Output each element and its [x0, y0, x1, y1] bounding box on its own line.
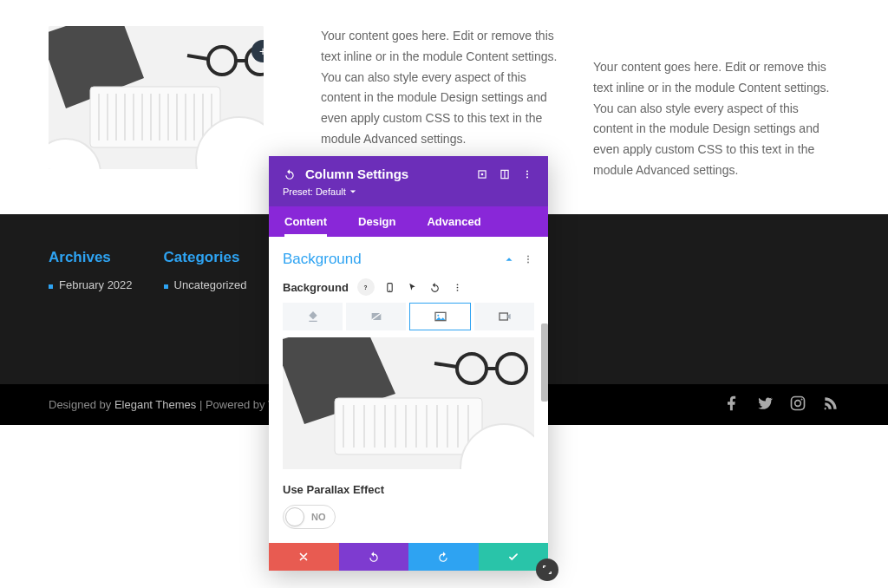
svg-point-31: [526, 176, 528, 178]
modal-footer: [269, 543, 548, 571]
background-preview[interactable]: [283, 337, 534, 469]
undo-icon[interactable]: [283, 167, 297, 181]
desk-image: [283, 337, 534, 469]
svg-point-39: [457, 286, 459, 288]
desk-image: [49, 26, 264, 169]
svg-point-32: [527, 255, 529, 257]
undo-button[interactable]: [339, 543, 409, 571]
svg-rect-44: [500, 313, 507, 320]
modal-tabs: Content Design Advanced: [269, 206, 548, 237]
svg-rect-26: [481, 173, 483, 174]
widget-heading: Archives: [49, 249, 133, 266]
modal-header: Column Settings Preset: Default: [269, 156, 548, 206]
resize-handle[interactable]: [536, 559, 558, 581]
section-title[interactable]: Background: [283, 251, 362, 268]
body-text-2: Your content goes here. Edit or remove t…: [593, 57, 839, 181]
social-icons: [723, 395, 839, 415]
rss-icon[interactable]: [822, 395, 839, 415]
svg-rect-1: [90, 87, 220, 147]
instagram-icon[interactable]: [789, 395, 806, 415]
svg-point-37: [389, 290, 390, 291]
tab-content[interactable]: Content: [269, 206, 343, 237]
tab-advanced[interactable]: Advanced: [411, 206, 496, 237]
responsive-icon[interactable]: [498, 167, 512, 181]
body-text-1: Your content goes here. Edit or remove t…: [321, 26, 567, 150]
hover-toggle-icon[interactable]: [475, 167, 489, 181]
bg-color-tab[interactable]: [283, 303, 343, 330]
kebab-icon[interactable]: [520, 167, 534, 181]
twitter-icon[interactable]: [756, 395, 774, 415]
category-link[interactable]: Uncategorized: [164, 278, 247, 291]
help-icon[interactable]: ?: [357, 278, 375, 296]
background-type-tabs: [283, 303, 534, 330]
preset-selector[interactable]: Preset: Default: [283, 186, 356, 197]
kebab-icon[interactable]: [451, 280, 465, 294]
svg-point-40: [457, 289, 459, 291]
archive-link[interactable]: February 2022: [49, 278, 133, 291]
phone-icon[interactable]: [383, 280, 397, 294]
svg-point-29: [526, 170, 528, 172]
svg-point-24: [801, 398, 803, 400]
toggle-value: NO: [304, 512, 333, 522]
caret-down-icon: [349, 188, 356, 195]
bg-video-tab[interactable]: [474, 303, 534, 330]
svg-point-23: [795, 400, 801, 406]
chevron-up-icon[interactable]: [503, 253, 515, 265]
footer-credit: Designed by Elegant Themes | Powered by …: [49, 398, 284, 411]
svg-point-38: [457, 284, 459, 285]
elegant-link[interactable]: Elegant Themes: [114, 398, 196, 411]
archives-widget: Archives February 2022: [49, 249, 133, 291]
field-label: Background: [283, 281, 349, 294]
kebab-icon[interactable]: [522, 253, 534, 265]
image-module[interactable]: +: [49, 26, 264, 169]
bg-image-tab[interactable]: [409, 303, 471, 330]
categories-widget: Categories Uncategorized: [164, 249, 247, 291]
svg-rect-46: [335, 398, 482, 454]
cursor-icon[interactable]: [406, 280, 420, 294]
column-text-2: Your content goes here. Edit or remove t…: [593, 26, 839, 197]
column-settings-modal: Column Settings Preset: Default Content …: [269, 156, 548, 571]
toggle-knob: [285, 507, 304, 526]
bg-gradient-tab[interactable]: [346, 303, 406, 330]
parallax-label: Use Parallax Effect: [283, 483, 534, 496]
reset-icon[interactable]: [428, 280, 442, 294]
svg-text:?: ?: [364, 284, 368, 290]
tab-design[interactable]: Design: [343, 206, 411, 237]
facebook-icon[interactable]: [723, 395, 741, 415]
cancel-button[interactable]: [269, 543, 339, 571]
widget-heading: Categories: [164, 249, 247, 266]
parallax-toggle[interactable]: NO: [283, 505, 336, 529]
redo-button[interactable]: [408, 543, 479, 571]
svg-point-34: [527, 261, 529, 263]
column-image: +: [49, 26, 295, 197]
modal-title: Column Settings: [305, 167, 467, 181]
scrollbar[interactable]: [541, 323, 548, 402]
svg-point-43: [437, 315, 439, 317]
modal-panel: Background Background ?: [269, 237, 548, 543]
svg-point-30: [526, 173, 528, 174]
svg-point-33: [527, 258, 529, 260]
